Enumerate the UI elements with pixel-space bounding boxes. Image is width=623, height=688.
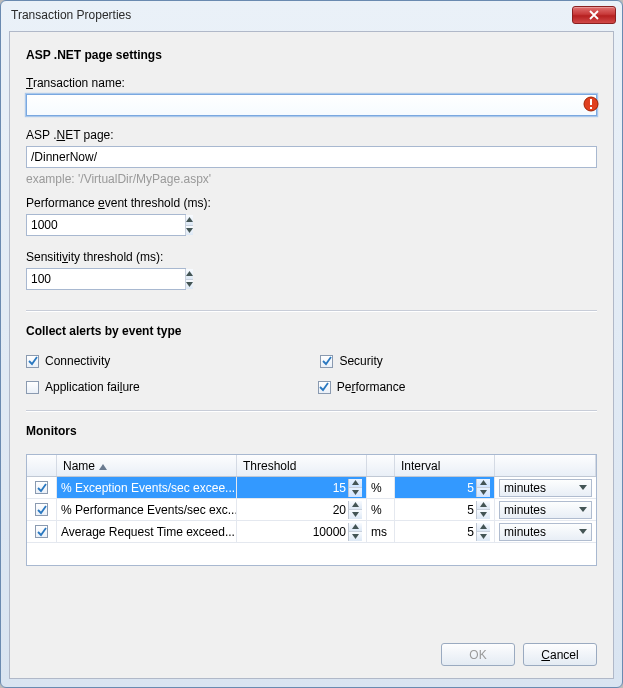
asp-page-label: ASP .NET page:: [26, 128, 597, 142]
perf-threshold-up[interactable]: [186, 215, 193, 226]
sens-threshold-spinner[interactable]: [26, 268, 186, 290]
row-interval[interactable]: 5: [395, 477, 495, 498]
row-threshold[interactable]: 15: [237, 477, 367, 498]
row-unit: ms: [367, 521, 395, 542]
interval-down[interactable]: [477, 532, 490, 541]
col-header-unit: [367, 455, 395, 476]
content-panel: ASP .NET page settings Transaction name:…: [9, 31, 614, 679]
row-threshold[interactable]: 10000: [237, 521, 367, 542]
collect-alerts-heading: Collect alerts by event type: [26, 324, 597, 338]
perf-threshold-input[interactable]: [27, 215, 185, 235]
security-checkbox[interactable]: Security: [320, 354, 382, 368]
row-interval-unit[interactable]: minutes: [495, 499, 596, 520]
close-button[interactable]: [572, 6, 616, 24]
performance-checkbox[interactable]: Performance: [318, 380, 406, 394]
chevron-down-icon: [579, 507, 587, 513]
monitors-grid: Name Threshold Interval % Exception Even…: [26, 454, 597, 566]
row-checkbox[interactable]: [35, 525, 48, 538]
col-header-check[interactable]: [27, 455, 57, 476]
divider-1: [26, 310, 597, 312]
transaction-name-input[interactable]: [26, 94, 597, 116]
perf-threshold-label: Performance event threshold (ms):: [26, 196, 597, 210]
threshold-up[interactable]: [349, 523, 362, 533]
chevron-down-icon: [579, 485, 587, 491]
row-unit: %: [367, 477, 395, 498]
interval-up[interactable]: [477, 501, 490, 511]
interval-up[interactable]: [477, 479, 490, 489]
sens-threshold-up[interactable]: [186, 269, 193, 280]
interval-down[interactable]: [477, 488, 490, 497]
sens-threshold-down[interactable]: [186, 280, 193, 290]
row-name: % Performance Events/sec exc...: [57, 499, 237, 520]
row-name: % Exception Events/sec excee...: [57, 477, 237, 498]
threshold-down[interactable]: [349, 488, 362, 497]
row-name: Average Request Time exceed...: [57, 521, 237, 542]
performance-chk-box[interactable]: [318, 381, 331, 394]
svg-rect-2: [590, 107, 592, 109]
row-interval-unit[interactable]: minutes: [495, 521, 596, 542]
table-row[interactable]: Average Request Time exceed... 10000 ms …: [27, 521, 596, 543]
monitors-heading: Monitors: [26, 424, 597, 438]
ok-button[interactable]: OK: [441, 643, 515, 666]
appfailure-chk-box[interactable]: [26, 381, 39, 394]
connectivity-label: Connectivity: [45, 354, 110, 368]
threshold-up[interactable]: [349, 479, 362, 489]
sens-threshold-label: Sensitivity threshold (ms):: [26, 250, 597, 264]
asp-page-input[interactable]: [26, 146, 597, 168]
table-row[interactable]: % Performance Events/sec exc... 20 % 5 m…: [27, 499, 596, 521]
error-icon: [583, 96, 599, 112]
connectivity-chk-box[interactable]: [26, 355, 39, 368]
row-interval-unit[interactable]: minutes: [495, 477, 596, 498]
asp-page-hint: example: '/VirtualDir/MyPage.aspx': [26, 172, 597, 186]
close-icon: [589, 10, 599, 20]
security-label: Security: [339, 354, 382, 368]
row-checkbox[interactable]: [35, 503, 48, 516]
grid-body: % Exception Events/sec excee... 15 % 5 m…: [27, 477, 596, 543]
threshold-down[interactable]: [349, 510, 362, 519]
connectivity-checkbox[interactable]: Connectivity: [26, 354, 110, 368]
row-unit: %: [367, 499, 395, 520]
row-interval[interactable]: 5: [395, 499, 495, 520]
transaction-name-label: Transaction name:: [26, 76, 597, 90]
window-title: Transaction Properties: [11, 8, 572, 22]
titlebar[interactable]: Transaction Properties: [1, 1, 622, 29]
security-chk-box[interactable]: [320, 355, 333, 368]
divider-2: [26, 410, 597, 412]
interval-down[interactable]: [477, 510, 490, 519]
sort-arrow-icon: [99, 459, 107, 473]
col-header-interval[interactable]: Interval: [395, 455, 495, 476]
sens-threshold-input[interactable]: [27, 269, 185, 289]
appfailure-checkbox[interactable]: Application failure: [26, 380, 140, 394]
col-header-intunit: [495, 455, 596, 476]
dialog-window: Transaction Properties ASP .NET page set…: [0, 0, 623, 688]
perf-threshold-down[interactable]: [186, 226, 193, 236]
appfailure-label: Application failure: [45, 380, 140, 394]
chevron-down-icon: [579, 529, 587, 535]
performance-label: Performance: [337, 380, 406, 394]
button-row: OK Cancel: [26, 635, 597, 666]
perf-threshold-spinner[interactable]: [26, 214, 186, 236]
col-header-name[interactable]: Name: [57, 455, 237, 476]
threshold-up[interactable]: [349, 501, 362, 511]
cancel-button[interactable]: Cancel: [523, 643, 597, 666]
table-row[interactable]: % Exception Events/sec excee... 15 % 5 m…: [27, 477, 596, 499]
row-checkbox[interactable]: [35, 481, 48, 494]
interval-up[interactable]: [477, 523, 490, 533]
svg-rect-1: [590, 99, 592, 105]
col-header-threshold[interactable]: Threshold: [237, 455, 367, 476]
grid-header: Name Threshold Interval: [27, 455, 596, 477]
threshold-down[interactable]: [349, 532, 362, 541]
asp-settings-heading: ASP .NET page settings: [26, 48, 597, 62]
row-interval[interactable]: 5: [395, 521, 495, 542]
row-threshold[interactable]: 20: [237, 499, 367, 520]
